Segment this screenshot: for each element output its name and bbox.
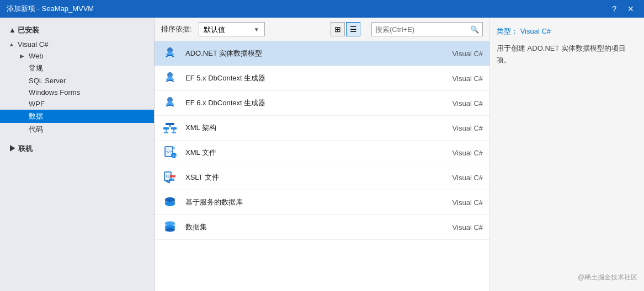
svg-point-28: [165, 228, 175, 232]
grid-view-icon: ⊞: [334, 25, 341, 34]
svg-rect-8: [164, 132, 168, 133]
svg-point-23: [165, 202, 175, 206]
grid-view-button[interactable]: ⊞: [331, 22, 345, 36]
item-icon-xslt: XSL: [161, 169, 179, 186]
sidebar-item-data[interactable]: 数据: [0, 110, 154, 123]
remote-section[interactable]: ▶ 联机: [0, 141, 154, 157]
sidebar-item-label: WPF: [29, 100, 45, 108]
sort-select-wrapper: 默认值 名称 类型 ▼: [199, 22, 259, 36]
svg-rect-5: [163, 127, 169, 130]
item-name: EF 6.x DbContext 生成器: [185, 98, 432, 108]
sidebar-item-label: Web: [29, 52, 44, 60]
expand-arrow: ▲: [9, 41, 15, 47]
sort-label: 排序依据:: [161, 24, 192, 34]
item-category: Visual C#: [439, 124, 483, 132]
sidebar-item-web[interactable]: ▶ Web: [0, 50, 154, 62]
list-view-button[interactable]: ☰: [346, 22, 360, 36]
list-item[interactable]: XSL XSLT 文件 Visual C#: [155, 165, 489, 190]
sidebar: ▲ 已安装 ▲ Visual C# ▶ Web 常规 SQL Server: [0, 18, 155, 291]
list-item[interactable]: </> <> XML 文件 Visual C#: [155, 141, 489, 165]
svg-rect-6: [171, 127, 177, 130]
list-item[interactable]: ADO.NET 实体数据模型 Visual C#: [155, 41, 489, 66]
installed-section: ▲ 已安装: [0, 22, 154, 39]
close-button[interactable]: ✕: [624, 3, 637, 14]
sidebar-item-label: 代码: [29, 125, 43, 134]
title-bar: 添加新项 - SeaMap_MVVM ? ✕: [0, 0, 644, 18]
watermark: @稀土掘金技术社区: [497, 273, 637, 282]
svg-rect-13: [173, 147, 175, 149]
list-item[interactable]: 数据集 Visual C#: [155, 215, 489, 240]
item-icon-dataset: [161, 218, 179, 236]
item-name: XML 文件: [185, 148, 432, 158]
list-view-icon: ☰: [350, 25, 357, 34]
right-panel: 类型： Visual C# 用于创建 ADO.NET 实体数据模型的项目项。 @…: [489, 18, 644, 291]
item-name: XSLT 文件: [185, 173, 432, 182]
sidebar-item-label: Windows Forms: [29, 88, 80, 96]
item-name: 数据集: [185, 222, 432, 232]
sidebar-item-label: SQL Server: [29, 77, 66, 85]
toolbar: 排序依据: 默认值 名称 类型 ▼ ⊞ ☰: [155, 18, 489, 41]
expand-arrow-web: ▶: [20, 53, 26, 59]
list-item[interactable]: EF 5.x DbContext 生成器 Visual C#: [155, 66, 489, 91]
list-item[interactable]: 基于服务的数据库 Visual C#: [155, 190, 489, 215]
center-panel: 排序依据: 默认值 名称 类型 ▼ ⊞ ☰: [155, 18, 489, 291]
sidebar-item-sql-server[interactable]: SQL Server: [0, 75, 154, 87]
item-name: 基于服务的数据库: [185, 197, 432, 207]
item-name: ADO.NET 实体数据模型: [185, 48, 432, 58]
item-name: EF 5.x DbContext 生成器: [185, 73, 432, 83]
svg-text:</>: </>: [166, 149, 172, 153]
item-category: Visual C#: [439, 174, 483, 182]
sidebar-item-visual-csharp[interactable]: ▲ Visual C#: [0, 39, 154, 50]
help-button[interactable]: ?: [609, 3, 620, 14]
list-item[interactable]: EF 6.x DbContext 生成器 Visual C#: [155, 91, 489, 116]
item-icon-ef6: [161, 94, 179, 112]
item-icon-service-db: [161, 193, 179, 211]
sidebar-item-wpf[interactable]: WPF: [0, 98, 154, 110]
item-icon-xml-file: </> <>: [161, 144, 179, 161]
sidebar-item-label: Visual C#: [18, 40, 48, 48]
list-item[interactable]: XML 架构 Visual C#: [155, 116, 489, 141]
item-category: Visual C#: [439, 74, 483, 83]
svg-text:<>: <>: [173, 154, 177, 158]
sort-select[interactable]: 默认值 名称 类型: [199, 22, 265, 36]
item-list: ADO.NET 实体数据模型 Visual C# EF 5.x DbContex…: [155, 41, 489, 291]
tree-view: ▲ Visual C# ▶ Web 常规 SQL Server Windows …: [0, 39, 154, 136]
item-name: XML 架构: [185, 123, 432, 133]
detail-type: 类型： Visual C#: [497, 26, 637, 36]
main-layout: ▲ 已安装 ▲ Visual C# ▶ Web 常规 SQL Server: [0, 18, 644, 291]
search-icon: 🔍: [470, 25, 479, 34]
sidebar-item-label: 常规: [29, 63, 43, 73]
item-icon-ef5: [161, 69, 179, 87]
item-category: Visual C#: [439, 198, 483, 207]
detail-description: 用于创建 ADO.NET 实体数据模型的项目项。: [497, 43, 637, 66]
search-input[interactable]: [375, 25, 468, 34]
item-category: Visual C#: [439, 99, 483, 107]
search-box[interactable]: 🔍: [371, 22, 483, 36]
sidebar-item-code[interactable]: 代码: [0, 123, 154, 136]
sidebar-item-normal[interactable]: 常规: [0, 62, 154, 75]
item-category: Visual C#: [439, 149, 483, 157]
item-icon-ado-net: [161, 45, 179, 62]
detail-type-value: Visual C#: [520, 27, 551, 35]
sidebar-item-windows-forms[interactable]: Windows Forms: [0, 87, 154, 98]
window-controls: ? ✕: [609, 3, 637, 14]
svg-rect-3: [166, 123, 174, 125]
view-buttons: ⊞ ☰: [331, 22, 360, 36]
item-icon-xml-schema: [161, 119, 179, 137]
detail-type-label: 类型：: [497, 27, 518, 35]
item-category: Visual C#: [439, 223, 483, 231]
svg-rect-10: [172, 132, 176, 133]
item-category: Visual C#: [439, 50, 483, 58]
sidebar-item-label: 数据: [29, 111, 43, 121]
dialog-title: 添加新项 - SeaMap_MVVM: [7, 4, 94, 14]
